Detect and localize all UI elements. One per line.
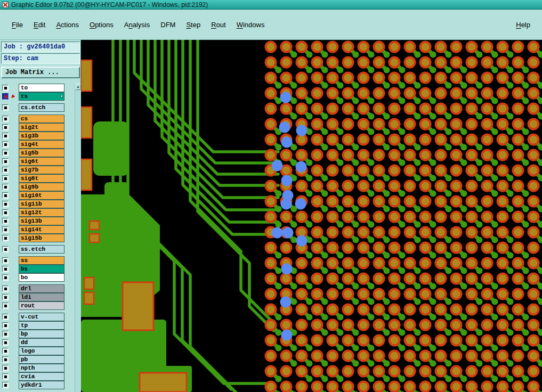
job-matrix-button[interactable]: Job Matrix ... bbox=[1, 67, 80, 78]
layer-visibility-checkbox[interactable] bbox=[2, 192, 9, 199]
layer-name-sig7b[interactable]: sig7b bbox=[19, 166, 64, 174]
layer-visibility-checkbox[interactable] bbox=[2, 116, 9, 122]
layer-visibility-checkbox[interactable] bbox=[2, 133, 9, 139]
layer-row-sig3b[interactable]: sig3b bbox=[1, 132, 74, 140]
pcb-canvas[interactable] bbox=[81, 40, 542, 392]
layer-name-sig13b[interactable]: sig13b bbox=[19, 217, 64, 225]
layer-row-cvia[interactable]: cvia bbox=[1, 372, 74, 381]
layer-name-ss.etch[interactable]: ss.etch bbox=[19, 245, 64, 254]
layer-row-sig7b[interactable]: sig7b bbox=[1, 166, 74, 174]
layer-row-sig9b[interactable]: sig9b bbox=[1, 183, 74, 191]
layer-row-rout[interactable]: rout bbox=[1, 301, 74, 310]
layer-visibility-checkbox[interactable] bbox=[2, 124, 9, 130]
layer-name-sig14t[interactable]: sig14t bbox=[19, 225, 64, 234]
layer-row-ydkdr1[interactable]: ydkdr1 bbox=[1, 381, 74, 389]
layer-row-sig8t[interactable]: sig8t bbox=[1, 174, 74, 183]
menu-analysis[interactable]: Analysis bbox=[119, 18, 155, 31]
layer-visibility-checkbox[interactable] bbox=[2, 373, 9, 380]
menu-step[interactable]: Step bbox=[181, 18, 206, 31]
layer-visibility-checkbox[interactable] bbox=[2, 365, 9, 371]
layer-row-to[interactable]: to bbox=[1, 84, 74, 92]
titlebar[interactable]: Graphic Editor 9.07b2 (00@HY-HYCAM-PC017… bbox=[0, 0, 542, 10]
layer-name-sig5b[interactable]: sig5b bbox=[19, 149, 64, 157]
layer-name-sig12t[interactable]: sig12t bbox=[19, 208, 64, 217]
layer-row-ldi[interactable]: ldi bbox=[1, 293, 74, 301]
layer-visibility-checkbox[interactable] bbox=[2, 141, 9, 148]
layer-row-sig2t[interactable]: sig2t bbox=[1, 123, 74, 132]
layer-name-sig15b[interactable]: sig15b bbox=[19, 234, 64, 242]
layer-visibility-checkbox[interactable] bbox=[2, 201, 9, 207]
layer-name-ydkdr1[interactable]: ydkdr1 bbox=[19, 381, 64, 389]
layer-visibility-checkbox[interactable] bbox=[2, 257, 9, 264]
layer-name-npth[interactable]: npth bbox=[19, 364, 64, 372]
layer-visibility-checkbox[interactable] bbox=[2, 175, 9, 182]
layer-name-drl[interactable]: drl bbox=[19, 284, 64, 293]
layer-visibility-checkbox[interactable] bbox=[2, 294, 9, 300]
layer-visibility-checkbox[interactable] bbox=[2, 104, 9, 111]
layer-name-logo[interactable]: logo bbox=[19, 347, 64, 355]
layer-row-npth[interactable]: npth bbox=[1, 364, 74, 372]
layer-visibility-checkbox[interactable] bbox=[2, 285, 9, 292]
menu-actions[interactable]: Actions bbox=[51, 18, 84, 31]
layer-visibility-checkbox[interactable] bbox=[2, 274, 9, 281]
layer-visibility-checkbox[interactable] bbox=[2, 226, 9, 233]
layer-visibility-checkbox[interactable] bbox=[2, 303, 9, 309]
menu-file[interactable]: File bbox=[6, 18, 28, 31]
layer-name-tp[interactable]: tp bbox=[19, 321, 64, 330]
layer-row-bs[interactable]: bs bbox=[1, 265, 74, 273]
layer-row-dd[interactable]: dd bbox=[1, 338, 74, 347]
layer-name-dd[interactable]: dd bbox=[19, 338, 64, 347]
layer-name-sig10t[interactable]: sig10t bbox=[19, 191, 64, 200]
layer-name-v-cut[interactable]: v-cut bbox=[19, 313, 64, 321]
layer-name-sig2t[interactable]: sig2t bbox=[19, 123, 64, 132]
layer-name-cs[interactable]: cs bbox=[19, 115, 64, 123]
layer-name-cvia[interactable]: cvia bbox=[19, 372, 64, 381]
layer-row-drl[interactable]: drl bbox=[1, 284, 74, 293]
layer-visibility-checkbox[interactable] bbox=[2, 339, 9, 346]
menu-edit[interactable]: Edit bbox=[28, 18, 51, 31]
layer-name-ts[interactable]: ts bbox=[19, 92, 64, 101]
layer-row-ss.etch[interactable]: ss.etch bbox=[1, 245, 74, 254]
layer-visibility-checkbox[interactable] bbox=[2, 184, 9, 190]
layer-scrollbar[interactable]: ▲ bbox=[75, 84, 81, 392]
menu-rout[interactable]: Rout bbox=[206, 18, 231, 31]
layer-visibility-checkbox[interactable] bbox=[2, 356, 9, 363]
layer-visibility-checkbox[interactable] bbox=[2, 266, 9, 272]
layer-row-tp[interactable]: tp bbox=[1, 321, 74, 330]
menu-dfm[interactable]: DFM bbox=[155, 18, 181, 31]
pcb-canvas-area[interactable] bbox=[81, 40, 542, 392]
layer-name-sig4t[interactable]: sig4t bbox=[19, 140, 64, 149]
layer-visibility-checkbox[interactable] bbox=[2, 167, 9, 173]
layer-name-sig3b[interactable]: sig3b bbox=[19, 132, 64, 140]
layer-name-rout[interactable]: rout bbox=[19, 301, 64, 310]
layer-visibility-checkbox[interactable] bbox=[2, 93, 9, 100]
layer-row-sig15b[interactable]: sig15b bbox=[1, 234, 74, 242]
menu-windows[interactable]: Windows bbox=[231, 18, 270, 31]
layer-name-pb[interactable]: pb bbox=[19, 355, 64, 364]
layer-visibility-checkbox[interactable] bbox=[2, 235, 9, 241]
layer-visibility-checkbox[interactable] bbox=[2, 322, 9, 329]
menu-options[interactable]: Options bbox=[84, 18, 119, 31]
layer-row-sig12t[interactable]: sig12t bbox=[1, 208, 74, 217]
layer-visibility-checkbox[interactable] bbox=[2, 314, 9, 320]
layer-row-ts[interactable]: ◄ts bbox=[1, 92, 74, 101]
layer-row-pb[interactable]: pb bbox=[1, 355, 74, 364]
layer-visibility-checkbox[interactable] bbox=[2, 348, 9, 354]
layer-name-bs[interactable]: bs bbox=[19, 265, 64, 273]
layer-visibility-checkbox[interactable] bbox=[2, 382, 9, 388]
layer-row-sig6t[interactable]: sig6t bbox=[1, 157, 74, 166]
layer-name-ss[interactable]: ss bbox=[19, 256, 64, 265]
layer-row-sig13b[interactable]: sig13b bbox=[1, 217, 74, 225]
layer-row-sig4t[interactable]: sig4t bbox=[1, 140, 74, 149]
layer-name-sig9b[interactable]: sig9b bbox=[19, 183, 64, 191]
layer-name-sig11b[interactable]: sig11b bbox=[19, 200, 64, 208]
layer-visibility-checkbox[interactable] bbox=[2, 209, 9, 216]
layer-visibility-checkbox[interactable] bbox=[2, 218, 9, 224]
layer-visibility-checkbox[interactable] bbox=[2, 85, 9, 91]
layer-row-cs[interactable]: cs bbox=[1, 115, 74, 123]
layer-row-sig14t[interactable]: sig14t bbox=[1, 225, 74, 234]
layer-name-bo[interactable]: bo bbox=[19, 273, 64, 282]
layer-row-logo[interactable]: logo bbox=[1, 347, 74, 355]
layer-row-cs.etch[interactable]: cs.etch bbox=[1, 103, 74, 112]
layer-row-ss[interactable]: ss bbox=[1, 256, 74, 265]
